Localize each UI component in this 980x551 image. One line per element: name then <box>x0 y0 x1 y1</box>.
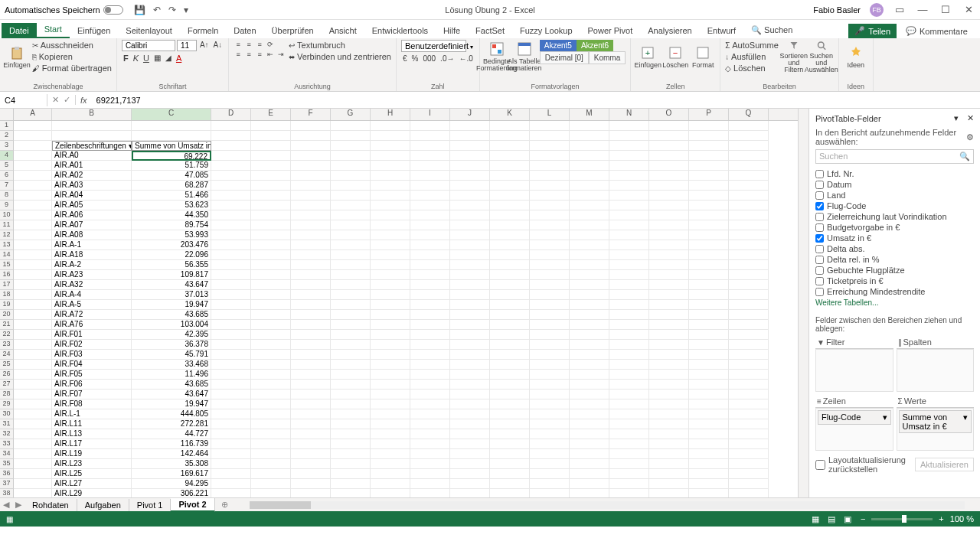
fill-color-button[interactable]: ◢ <box>164 53 173 64</box>
row-head-27[interactable]: 27 <box>0 380 14 390</box>
insert-cells-button[interactable]: +Einfügen <box>635 40 660 73</box>
cell[interactable]: AIR.A-5 <box>52 300 132 310</box>
cell[interactable] <box>14 380 52 390</box>
col-head-f[interactable]: F <box>291 109 331 120</box>
cell[interactable]: 109.817 <box>132 270 211 280</box>
cell[interactable] <box>14 390 52 399</box>
row-head-31[interactable]: 31 <box>0 419 14 429</box>
align-top-icon[interactable]: ≡ <box>234 40 243 49</box>
cell[interactable] <box>14 270 52 280</box>
wrap-text-button[interactable]: ↩ Textumbruch <box>289 40 391 51</box>
cell[interactable]: 68.287 <box>132 181 211 191</box>
row-head-26[interactable]: 26 <box>0 370 14 380</box>
cell[interactable] <box>132 121 211 131</box>
accept-formula-icon[interactable]: ✓ <box>64 95 70 105</box>
row-head-3[interactable]: 3 <box>0 141 14 151</box>
field-checkbox[interactable] <box>815 181 824 189</box>
tab-fuzzy[interactable]: Fuzzy Lookup <box>512 23 580 38</box>
cell[interactable]: 19.947 <box>132 300 211 310</box>
row-head-11[interactable]: 11 <box>0 220 14 230</box>
cell[interactable]: AIR.L11 <box>52 419 132 429</box>
cell[interactable] <box>14 141 52 151</box>
field-item[interactable]: Umsatz in € <box>815 233 974 243</box>
field-pane-close-icon[interactable]: ✕ <box>967 113 974 122</box>
field-item[interactable]: Gebuchte Flugplätze <box>815 265 974 276</box>
row-head-15[interactable]: 15 <box>0 260 14 270</box>
italic-button[interactable]: K <box>132 53 140 64</box>
sheet-tab-rohdaten[interactable]: Rohdaten <box>24 499 77 511</box>
underline-button[interactable]: U <box>142 53 151 64</box>
cell[interactable]: 53.993 <box>132 230 211 240</box>
cell[interactable] <box>14 419 52 429</box>
cell[interactable]: AIR.L27 <box>52 479 132 489</box>
cell[interactable]: AIR.A32 <box>52 280 132 290</box>
field-checkbox[interactable] <box>815 277 824 285</box>
zoom-out-icon[interactable]: − <box>861 514 865 523</box>
comments-button[interactable]: 💬 Kommentare <box>900 24 974 38</box>
row-head-13[interactable]: 13 <box>0 240 14 250</box>
row-head-38[interactable]: 38 <box>0 489 14 497</box>
cell[interactable]: AIR.A01 <box>52 161 132 171</box>
grow-font-icon[interactable]: A↑ <box>198 40 211 51</box>
cell[interactable] <box>14 340 52 350</box>
cell[interactable] <box>14 161 52 171</box>
font-color-button[interactable]: A <box>175 53 183 64</box>
col-head-c[interactable]: C <box>132 109 211 120</box>
copy-button[interactable]: ⎘ Kopieren <box>32 51 112 62</box>
vertical-scrollbar[interactable] <box>798 109 808 497</box>
format-painter-button[interactable]: 🖌 Format übertragen <box>32 63 112 73</box>
worksheet-grid[interactable]: A B C D E F G H I J K L M N O P Q 123Zei… <box>0 109 798 497</box>
qat-customize-icon[interactable]: ▾ <box>184 5 188 15</box>
cell[interactable]: 35.308 <box>132 459 211 469</box>
row-head-1[interactable]: 1 <box>0 121 14 131</box>
col-head-h[interactable]: H <box>371 109 410 120</box>
share-button[interactable]: 🎤 Teilen <box>848 24 897 38</box>
col-head-n[interactable]: N <box>609 109 649 120</box>
cell[interactable]: AIR.A08 <box>52 230 132 240</box>
tab-data[interactable]: Daten <box>226 23 263 38</box>
cell[interactable] <box>14 220 52 230</box>
cell[interactable]: 169.617 <box>132 469 211 479</box>
cell[interactable]: AIR.F04 <box>52 360 132 370</box>
cell[interactable]: 69.222 <box>132 151 211 161</box>
row-head-9[interactable]: 9 <box>0 201 14 210</box>
shrink-font-icon[interactable]: A↓ <box>212 40 224 51</box>
row-head-28[interactable]: 28 <box>0 390 14 399</box>
cell[interactable]: 56.355 <box>132 260 211 270</box>
row-head-5[interactable]: 5 <box>0 161 14 171</box>
col-head-p[interactable]: P <box>689 109 729 120</box>
bold-button[interactable]: F <box>122 53 130 64</box>
row-head-4[interactable]: 4 <box>0 151 14 161</box>
columns-area[interactable] <box>897 349 975 392</box>
cell[interactable]: AIR.A02 <box>52 171 132 181</box>
minimize-icon[interactable]: — <box>916 4 929 15</box>
align-middle-icon[interactable]: ≡ <box>244 40 253 49</box>
cell[interactable]: AIR.A72 <box>52 310 132 320</box>
tab-factset[interactable]: FactSet <box>468 23 512 38</box>
cell[interactable]: AIR.F07 <box>52 390 132 399</box>
tab-start[interactable]: Start <box>37 21 70 38</box>
cell[interactable] <box>14 121 52 131</box>
avatar[interactable]: FB <box>870 3 884 17</box>
row-head-37[interactable]: 37 <box>0 479 14 489</box>
cell[interactable] <box>14 439 52 449</box>
row-head-36[interactable]: 36 <box>0 469 14 479</box>
cell[interactable]: 94.295 <box>132 479 211 489</box>
sheet-nav-next-icon[interactable]: ▶ <box>12 500 24 510</box>
cell[interactable]: 33.468 <box>132 360 211 370</box>
paste-button[interactable]: Einfügen <box>5 40 29 73</box>
cell[interactable] <box>14 449 52 459</box>
normal-view-icon[interactable]: ▦ <box>808 514 822 523</box>
cell[interactable]: AIR.A-1 <box>52 240 132 250</box>
values-area[interactable]: Summe von Umsatz in € ▾ <box>897 408 975 451</box>
cell[interactable]: AIR.F06 <box>52 380 132 390</box>
cell[interactable]: AIR.A76 <box>52 320 132 330</box>
cell[interactable]: 51.759 <box>132 161 211 171</box>
cell[interactable] <box>14 250 52 260</box>
cell[interactable] <box>132 131 211 141</box>
cell[interactable]: 42.395 <box>132 330 211 340</box>
conditional-format-button[interactable]: Bedingte Formatierung <box>485 40 509 73</box>
cell[interactable] <box>14 350 52 360</box>
row-head-14[interactable]: 14 <box>0 250 14 260</box>
tab-help[interactable]: Hilfe <box>436 23 468 38</box>
